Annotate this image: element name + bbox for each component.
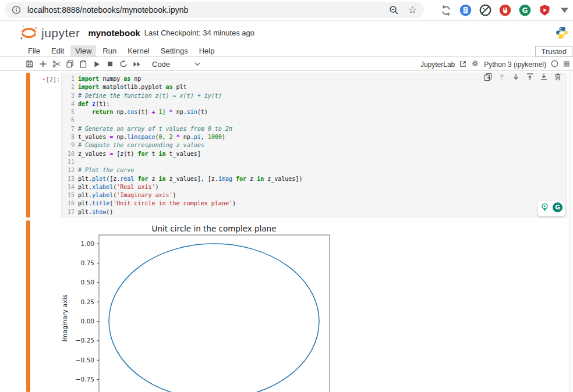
code-line[interactable]: 4def z(t):: [63, 100, 564, 108]
duplicate-cell-icon[interactable]: [483, 72, 493, 81]
save-icon[interactable]: [23, 60, 36, 69]
menu-item-edit[interactable]: Edit: [47, 45, 69, 56]
code-line[interactable]: 10z_values = [z(t) for t in t_values]: [63, 150, 564, 158]
code-line[interactable]: 16plt.title('Unit circle in the complex …: [63, 199, 564, 208]
line-number: 16: [63, 199, 78, 208]
external-link-icon[interactable]: [459, 59, 466, 70]
browser-url-bar: localhost:8888/notebooks/mynotebook.ipyn…: [0, 0, 573, 21]
code-line[interactable]: 12# Plot the curve: [63, 166, 564, 174]
code-editor[interactable]: 1import numpy as np2import matplotlib.py…: [61, 73, 567, 218]
matplotlib-figure: Unit circle in the complex plane 1.000.7…: [58, 222, 349, 392]
code-cell[interactable]: •[2]: 1import numpy as np2import matplot…: [26, 73, 570, 218]
sync-arrows-extension-icon[interactable]: [440, 4, 452, 16]
cell-type-caret-icon[interactable]: [191, 60, 204, 69]
insert-cell-above-icon[interactable]: [525, 72, 535, 81]
dropdown-triangle-icon[interactable]: [558, 4, 571, 16]
jupyterlab-link[interactable]: JupyterLab: [420, 60, 455, 69]
url-pill[interactable]: localhost:8888/notebooks/mynotebook.ipyn…: [5, 2, 424, 18]
restart-kernel-icon[interactable]: [117, 60, 130, 69]
active-output-bar: [26, 220, 30, 392]
code-line[interactable]: 9# Compute the corresponding z values: [63, 141, 564, 149]
menu-item-file[interactable]: File: [23, 45, 45, 56]
line-number: 12: [63, 166, 78, 174]
insert-cell-below-icon[interactable]: [539, 72, 549, 81]
paste-cell-icon[interactable]: [77, 60, 90, 69]
line-number: 11: [63, 158, 78, 166]
gear-icon[interactable]: [471, 59, 479, 70]
code-line[interactable]: 17plt.show(): [63, 208, 564, 216]
code-line[interactable]: 11: [63, 158, 564, 166]
code-line[interactable]: 3# Define the function z(t) = x(t) + iy(…: [63, 92, 564, 100]
svg-text:G: G: [522, 6, 528, 15]
line-number: 2: [63, 83, 78, 91]
code-line[interactable]: 6: [63, 116, 564, 124]
unit-circle-line: [109, 244, 319, 392]
notebook-title[interactable]: mynotebook: [89, 28, 140, 38]
code-line[interactable]: 7# Generate an array of t values from 0 …: [63, 125, 564, 133]
delete-cell-icon[interactable]: [553, 72, 563, 81]
scrollbar[interactable]: [570, 71, 573, 392]
move-cell-up-icon[interactable]: [497, 72, 507, 81]
code-line[interactable]: 5 return np.cos(t) + 1j * np.sin(t): [63, 108, 564, 116]
menu-item-settings[interactable]: Settings: [156, 45, 193, 56]
code-line[interactable]: 8t_values = np.linspace(0, 2 * np.pi, 10…: [63, 133, 564, 141]
code-line[interactable]: 15plt.ylabel('Imaginary axis'): [63, 191, 564, 199]
bookmark-star-icon[interactable]: ☆: [408, 5, 417, 15]
python-logo-icon: [556, 26, 568, 41]
code-line[interactable]: 13plt.plot([z.real for z in z_values], […: [63, 175, 564, 183]
notebook-panel: •[2]: 1import numpy as np2import matplot…: [0, 71, 573, 392]
svg-text:0.75: 0.75: [81, 259, 94, 266]
line-number: 7: [63, 125, 78, 133]
execution-prompt: •[2]:: [31, 76, 60, 83]
line-number: 15: [63, 191, 78, 199]
plot-ylabel: Imaginary axis: [61, 294, 69, 341]
kernel-name[interactable]: Python 3 (ipykernel): [484, 60, 546, 69]
jupyter-header: jupyter mynotebook Last Checkpoint: 34 m…: [0, 21, 573, 45]
docs-extension-icon[interactable]: [459, 4, 472, 16]
notebook-menubar: File Edit View Run Kernel Settings Help …: [0, 45, 573, 57]
line-number: 10: [63, 150, 78, 158]
menu-item-run[interactable]: Run: [98, 45, 121, 56]
menu-item-view[interactable]: View: [70, 45, 96, 56]
move-cell-down-icon[interactable]: [511, 72, 521, 81]
svg-text:−0.50: −0.50: [76, 357, 94, 364]
plot-y-ticks: 1.000.750.500.250.00−0.25−0.50−0.75: [76, 240, 99, 383]
line-number: 14: [63, 183, 78, 191]
cell-output: Unit circle in the complex plane 1.000.7…: [26, 220, 570, 392]
hamburger-icon[interactable]: [563, 59, 570, 70]
url-text[interactable]: localhost:8888/notebooks/mynotebook.ipyn…: [27, 5, 389, 15]
shield-play-extension-icon[interactable]: [539, 4, 551, 16]
line-number: 17: [63, 208, 78, 216]
line-number: 5: [63, 108, 78, 116]
svg-text:−0.75: −0.75: [76, 376, 94, 383]
restart-run-all-icon[interactable]: [130, 60, 143, 69]
cut-cell-icon[interactable]: [50, 60, 63, 69]
grammarly-g-icon[interactable]: G: [552, 202, 563, 215]
run-cell-icon[interactable]: [90, 60, 103, 69]
jupyter-logo[interactable]: jupyter: [19, 24, 80, 41]
copy-cell-icon[interactable]: [63, 60, 76, 69]
no-sign-extension-icon[interactable]: [479, 4, 491, 16]
trusted-badge[interactable]: Trusted: [535, 46, 572, 57]
cell-toolbar: [483, 72, 563, 81]
code-line[interactable]: 14plt.xlabel('Real axis'): [63, 183, 564, 191]
browser-window: localhost:8888/notebooks/mynotebook.ipyn…: [0, 0, 573, 392]
kernel-idle-circle-icon: [551, 59, 558, 70]
interrupt-kernel-icon[interactable]: [104, 60, 116, 69]
grammarly-suggestion-icon[interactable]: [539, 202, 550, 215]
cell-type-select[interactable]: Code: [152, 60, 170, 69]
add-cell-icon[interactable]: [37, 60, 49, 69]
stop-hand-extension-icon[interactable]: [499, 4, 511, 16]
menu-item-help[interactable]: Help: [194, 45, 220, 56]
grammarly-extension-icon[interactable]: G: [519, 4, 531, 16]
line-number: 3: [63, 92, 78, 100]
zoom-out-icon[interactable]: [389, 5, 399, 15]
extensions-row: G: [440, 0, 571, 20]
code-line[interactable]: 2import matplotlib.pyplot as plt: [63, 83, 564, 91]
menu-item-kernel[interactable]: Kernel: [123, 45, 154, 56]
grammarly-overlay: G: [537, 201, 565, 216]
svg-text:0.25: 0.25: [81, 298, 94, 305]
page-info-icon[interactable]: [12, 5, 21, 15]
notebook-toolbar: Code JupyterLab Python 3 (ipykernel): [0, 58, 573, 71]
active-cell-bar: [26, 73, 30, 218]
